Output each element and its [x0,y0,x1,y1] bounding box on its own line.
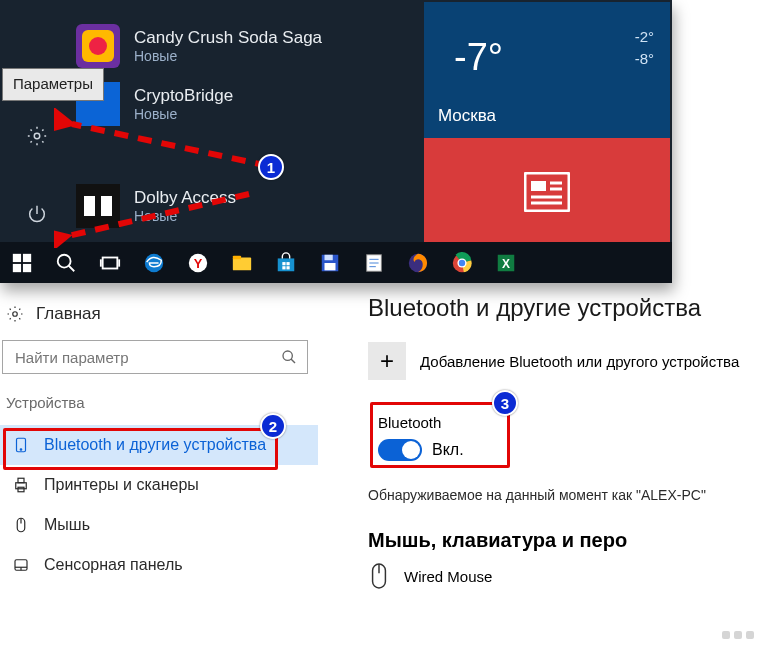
svg-rect-26 [233,257,251,270]
app-sub: Новые [134,106,233,122]
svg-rect-29 [282,262,285,265]
svg-rect-5 [76,184,120,228]
home-label: Главная [36,304,101,324]
svg-rect-27 [233,255,241,259]
weather-range: -2°-8° [635,26,654,70]
svg-line-50 [291,359,295,363]
search-icon [281,349,297,365]
svg-rect-28 [278,258,295,271]
power-rail-button[interactable] [0,186,74,242]
edge-icon[interactable] [132,242,176,283]
yandex-icon[interactable]: Y [176,242,220,283]
app-title: Candy Crush Soda Saga [134,28,322,48]
svg-rect-7 [101,196,112,216]
app-sub: Новые [134,208,236,224]
sub-head: Мышь, клавиатура и перо [368,529,756,552]
svg-rect-6 [84,196,95,216]
add-device-button[interactable]: + Добавление Bluetooth или другого устро… [368,342,756,380]
save-icon[interactable] [308,242,352,283]
weather-temp: -7° [454,36,503,79]
search-input[interactable]: Найти параметр [2,340,308,374]
badge-1: 1 [258,154,284,180]
discoverable-text: Обнаруживаемое на данный момент как "ALE… [368,487,756,503]
app-sub: Новые [134,48,322,64]
search-placeholder: Найти параметр [15,349,129,366]
svg-rect-16 [13,263,21,271]
svg-point-3 [89,37,107,55]
svg-rect-32 [286,266,289,269]
nav-label: Принтеры и сканеры [44,476,199,494]
dolby-icon [74,182,122,230]
notepad-icon[interactable] [352,242,396,283]
svg-point-18 [58,254,71,267]
nav-printers[interactable]: Принтеры и сканеры [0,465,318,505]
device-item[interactable]: Wired Mouse [368,562,756,590]
section-head: Устройства [6,394,318,411]
home-button[interactable]: Главная [0,294,318,330]
start-rail [0,0,74,283]
start-menu: Candy Crush Soda Saga Новые CryptoBridge… [0,0,672,283]
svg-rect-55 [18,487,24,492]
weather-city: Москва [438,106,656,126]
explorer-icon[interactable] [220,242,264,283]
taskview-button[interactable] [88,242,132,283]
svg-line-19 [69,265,75,271]
news-icon [524,172,570,212]
nav-mouse[interactable]: Мышь [0,505,318,545]
svg-rect-20 [103,257,118,268]
annotation-box-2 [3,428,278,470]
taskbar: Y X [0,242,672,283]
svg-rect-15 [23,253,31,261]
svg-point-48 [13,312,18,317]
svg-point-43 [459,259,465,265]
svg-text:Y: Y [194,255,203,270]
app-title: CryptoBridge [134,86,233,106]
svg-rect-9 [531,181,546,191]
svg-rect-53 [16,483,27,489]
chrome-icon[interactable] [440,242,484,283]
news-tile[interactable] [424,138,670,246]
svg-rect-35 [325,263,336,270]
dots-icon [722,631,754,639]
svg-point-0 [34,133,40,139]
firefox-icon[interactable] [396,242,440,283]
svg-rect-31 [282,266,285,269]
weather-tile[interactable]: -7° -2°-8° Москва [424,2,670,138]
store-icon[interactable] [264,242,308,283]
search-taskbar-button[interactable] [44,242,88,283]
nav-label: Сенсорная панель [44,556,183,574]
svg-rect-14 [13,253,21,261]
annotation-box-3 [370,402,510,468]
svg-rect-8 [525,173,569,211]
nav-label: Мышь [44,516,90,534]
app-item[interactable]: CryptoBridge Новые [74,76,354,132]
svg-rect-17 [23,263,31,271]
mouse-icon [368,562,390,590]
candy-crush-icon [74,22,122,70]
page-title: Bluetooth и другие устройства [368,294,756,322]
device-name: Wired Mouse [404,568,492,585]
svg-point-49 [283,351,292,360]
app-item[interactable]: Dolby Access Новые [74,178,354,234]
svg-rect-54 [18,478,24,483]
plus-icon: + [368,342,406,380]
nav-touchpad[interactable]: Сенсорная панель [0,545,318,585]
settings-rail-button[interactable] [0,108,74,164]
badge-3: 3 [492,390,518,416]
add-label: Добавление Bluetooth или другого устройс… [420,353,739,370]
badge-2: 2 [260,413,286,439]
settings-tooltip: Параметры [2,68,104,101]
excel-icon[interactable]: X [484,242,528,283]
start-button[interactable] [0,242,44,283]
app-title: Dolby Access [134,188,236,208]
svg-rect-34 [325,254,333,260]
svg-text:X: X [502,256,510,270]
app-item[interactable]: Candy Crush Soda Saga Новые [74,18,354,74]
svg-rect-30 [286,262,289,265]
